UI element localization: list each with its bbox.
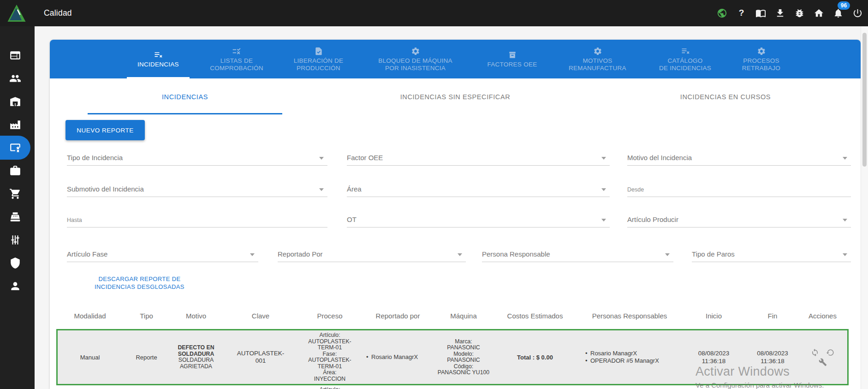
modalidad-value: Manual bbox=[80, 354, 100, 361]
subtab-incidencias[interactable]: INCIDENCIAS bbox=[50, 78, 320, 115]
factory-icon bbox=[9, 119, 21, 131]
subtab-label: INCIDENCIAS EN CURSOS bbox=[680, 93, 771, 101]
topbar-home-button[interactable] bbox=[813, 7, 825, 19]
inicio-time: 11:36:18 bbox=[702, 357, 726, 365]
topbar-bell-button[interactable]: 96 bbox=[832, 7, 844, 19]
new-report-button[interactable]: NUEVO REPORTE bbox=[65, 120, 145, 140]
sidebar-item-shopping-cart[interactable] bbox=[0, 182, 30, 206]
maquina-line: PANASONIC bbox=[447, 345, 480, 351]
topbar-globe-button[interactable] bbox=[716, 7, 728, 19]
build-icon bbox=[819, 358, 827, 366]
action-restore-button[interactable] bbox=[826, 348, 834, 357]
fin-time: 11:36:18 bbox=[761, 357, 785, 365]
sidebar-item-tune[interactable] bbox=[0, 228, 30, 252]
tab-label: LIBERACIÓN DE bbox=[294, 57, 344, 65]
warehouse-icon bbox=[9, 96, 21, 108]
topbar-help-button[interactable]: ? bbox=[736, 7, 747, 19]
topbar-power-button[interactable] bbox=[852, 7, 863, 19]
dropdown-arrow-icon bbox=[250, 253, 255, 256]
sidebar-item-factory[interactable] bbox=[0, 113, 30, 137]
table-row: ManualReporteDEFECTO EN SOLDADURASOLDADU… bbox=[56, 329, 849, 385]
tipo-value: Reporte bbox=[136, 354, 157, 361]
proceso-line: INYECCION bbox=[314, 376, 345, 383]
filter-factor-oee[interactable]: Factor OEE bbox=[347, 147, 610, 166]
column-header-clave: Clave bbox=[221, 312, 300, 320]
filter-articulo-producir[interactable]: Artículo Producir bbox=[627, 209, 851, 227]
filter-row: HastaOTArtículo Producir bbox=[67, 209, 851, 227]
tab-label: FACTORES OEE bbox=[488, 61, 537, 68]
column-header-personas-responsables: Personas Responsables bbox=[579, 312, 680, 320]
playlist-x-icon bbox=[154, 50, 163, 60]
cash-register-icon bbox=[9, 211, 21, 223]
archive-icon bbox=[508, 50, 517, 60]
subtab-incidencias-en-cursos[interactable]: INCIDENCIAS EN CURSOS bbox=[590, 78, 861, 115]
dropdown-arrow-icon bbox=[601, 219, 606, 221]
fin-date: 08/08/2023 bbox=[757, 349, 788, 357]
tab-label: BLOQUEO DE MÁQUINA bbox=[378, 57, 452, 65]
cell-personas-responsables: Rosario ManagrXOPERADOR #5 ManagrX bbox=[579, 330, 680, 384]
column-header-maquina: Máquina bbox=[436, 312, 491, 320]
tab-motivos-remanufactura[interactable]: MOTIVOSREMANUFACTURA bbox=[555, 40, 640, 78]
proceso-line: Artículo: bbox=[319, 332, 340, 339]
sidebar-item-shield[interactable] bbox=[0, 251, 30, 275]
gear-sync-icon bbox=[593, 47, 602, 56]
motivo-title: DEFECTO EN SOLDADURA bbox=[172, 345, 220, 357]
tab-incidencias[interactable]: INCIDENCIAS bbox=[119, 40, 197, 78]
filter-ot[interactable]: OT bbox=[347, 209, 610, 227]
dropdown-arrow-icon bbox=[319, 188, 324, 191]
tab-factores-oee[interactable]: FACTORES OEE bbox=[470, 40, 555, 78]
download-report-link[interactable]: DESCARGAR REPORTE DE INCIDENCIAS DESGLOS… bbox=[85, 275, 194, 291]
filter-label: Hasta bbox=[67, 217, 82, 223]
column-header-tipo: Tipo bbox=[122, 312, 171, 320]
filter-persona-responsable[interactable]: Persona Responsable bbox=[482, 243, 673, 262]
scrollbar-track bbox=[861, 26, 868, 389]
list-item: Rosario ManagrX bbox=[585, 350, 679, 357]
filter-articulo-fase[interactable]: Artículo Fase bbox=[67, 243, 258, 262]
tab-catalogo-de-incidencias[interactable]: CATÁLOGODE INCIDENCIAS bbox=[640, 40, 730, 78]
cell-modalidad: Manual bbox=[58, 330, 122, 384]
filter-motivo-del-incidencia[interactable]: Motivo del Incidencia bbox=[627, 147, 851, 166]
tab-label: LISTAS DE bbox=[220, 57, 253, 65]
topbar-download-button[interactable] bbox=[774, 7, 786, 19]
filter-label: Artículo Producir bbox=[627, 215, 678, 223]
tab-bloqueo-de-maquina-por-inasistencia[interactable]: BLOQUEO DE MÁQUINAPOR INASISTENCIA bbox=[361, 40, 470, 78]
tab-label: CATÁLOGO bbox=[667, 57, 702, 65]
action-build-button[interactable] bbox=[819, 358, 827, 366]
tab-liberacion-de-produccion[interactable]: LIBERACIÓN DEPRODUCCIÓN bbox=[276, 40, 361, 78]
filter-area[interactable]: Área bbox=[347, 178, 610, 197]
filter-tipo-de-paros[interactable]: Tipo de Paros bbox=[692, 243, 851, 262]
cell-inicio: 08/08/202311:36:18 bbox=[680, 330, 747, 384]
tab-listas-de-comprobacion[interactable]: LISTAS DECOMPROBACIÓN bbox=[197, 40, 276, 78]
sidebar-item-briefcase[interactable] bbox=[0, 159, 30, 183]
sidebar-item-certificate[interactable] bbox=[0, 136, 30, 160]
globe-icon bbox=[717, 8, 727, 18]
notification-badge: 96 bbox=[838, 1, 850, 10]
filter-submotivo-del-incidencia[interactable]: Submotivo del Incidencia bbox=[67, 178, 327, 197]
topbar-book-button[interactable] bbox=[755, 7, 767, 19]
sidebar-item-people[interactable] bbox=[0, 66, 30, 90]
person-icon bbox=[9, 280, 21, 292]
filter-hasta[interactable]: Hasta bbox=[67, 209, 327, 227]
book-icon bbox=[755, 8, 766, 18]
clave-value: AUTOPLASTEK-001 bbox=[235, 350, 286, 365]
sidebar-item-person[interactable] bbox=[0, 274, 30, 298]
tab-label: PROCESOS bbox=[743, 57, 779, 65]
tab-procesos-retrabajo[interactable]: PROCESOSRETRABAJO bbox=[730, 40, 792, 78]
scrollbar-thumb[interactable] bbox=[862, 33, 867, 167]
sidebar-item-warehouse[interactable] bbox=[0, 90, 30, 114]
cell-acciones bbox=[798, 330, 847, 384]
column-header-reportado-por: Reportado por bbox=[360, 312, 436, 320]
filter-reportado-por[interactable]: Reportado Por bbox=[278, 243, 466, 262]
shopping-cart-icon bbox=[9, 188, 21, 200]
topbar-bug-button[interactable] bbox=[794, 7, 805, 19]
sidebar-item-newspaper[interactable] bbox=[0, 43, 30, 67]
proceso-line: Fase: bbox=[323, 351, 337, 358]
action-sync-button[interactable] bbox=[811, 348, 819, 357]
maquina-line: Modelo: bbox=[453, 351, 474, 358]
filter-desde[interactable]: Desde bbox=[627, 178, 851, 197]
tune-icon bbox=[9, 234, 21, 246]
subtab-incidencias-sin-especificar[interactable]: INCIDENCIAS SIN ESPECIFICAR bbox=[320, 78, 590, 115]
dropdown-arrow-icon bbox=[843, 219, 847, 221]
filter-tipo-de-incidencia[interactable]: Tipo de Incidencia bbox=[67, 147, 327, 166]
sidebar-item-cash-register[interactable] bbox=[0, 205, 30, 229]
